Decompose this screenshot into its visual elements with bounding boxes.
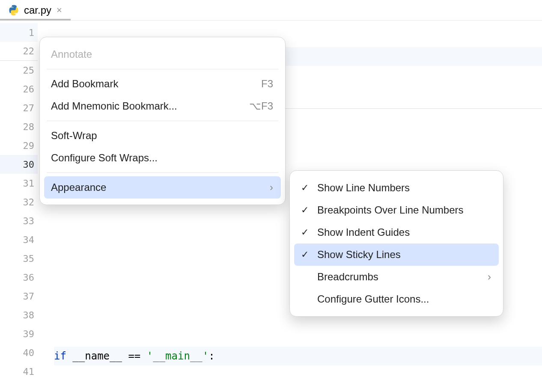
menu-item-breadcrumbs[interactable]: Breadcrumbs › xyxy=(294,266,499,288)
code-text: '__main__' xyxy=(147,350,209,362)
checkmark-icon: ✓ xyxy=(301,227,309,238)
gutter[interactable]: 1 22 25 26 27 28 29 30 31 32 33 34 35 36… xyxy=(0,21,38,392)
line-number[interactable]: 25 xyxy=(23,65,35,76)
code-text: if xyxy=(54,350,66,362)
menu-label: Configure Gutter Icons... xyxy=(317,293,429,305)
code-line: if __name__ == '__main__': xyxy=(54,347,542,365)
checkmark-icon: ✓ xyxy=(301,249,309,260)
menu-label: Breadcrumbs xyxy=(317,271,378,283)
menu-separator xyxy=(47,121,278,121)
code-text: : xyxy=(208,350,214,362)
menu-shortcut: ⌥F3 xyxy=(249,100,273,112)
menu-item-show-indent-guides[interactable]: ✓ Show Indent Guides xyxy=(294,221,499,244)
close-icon[interactable]: × xyxy=(56,5,63,16)
line-number[interactable]: 39 xyxy=(23,329,35,339)
line-number[interactable]: 37 xyxy=(23,291,35,302)
line-number[interactable]: 30 xyxy=(23,159,35,170)
tab-bar: car.py × xyxy=(0,0,542,21)
menu-separator xyxy=(47,172,278,173)
menu-label: Breakpoints Over Line Numbers xyxy=(317,204,463,216)
chevron-right-icon: › xyxy=(488,271,491,283)
menu-separator xyxy=(47,69,278,69)
tab-filename: car.py xyxy=(24,4,51,16)
menu-item-show-line-numbers[interactable]: ✓ Show Line Numbers xyxy=(294,177,499,199)
line-number[interactable]: 33 xyxy=(23,216,35,226)
menu-item-breakpoints-over-line-numbers[interactable]: ✓ Breakpoints Over Line Numbers xyxy=(294,199,499,221)
menu-item-appearance[interactable]: Appearance › xyxy=(44,176,281,199)
line-number[interactable]: 35 xyxy=(23,253,35,264)
menu-item-configure-gutter-icons[interactable]: Configure Gutter Icons... xyxy=(294,288,499,310)
menu-shortcut: F3 xyxy=(261,78,273,90)
line-number[interactable]: 40 xyxy=(23,347,35,358)
menu-item-show-sticky-lines[interactable]: ✓ Show Sticky Lines xyxy=(294,244,499,266)
line-number[interactable]: 41 xyxy=(23,366,35,377)
menu-label: Add Bookmark xyxy=(51,78,118,90)
line-number[interactable]: 22 xyxy=(23,46,35,56)
menu-label: Show Line Numbers xyxy=(317,182,410,194)
appearance-submenu: ✓ Show Line Numbers ✓ Breakpoints Over L… xyxy=(289,170,503,317)
menu-label: Show Sticky Lines xyxy=(317,249,401,261)
menu-item-configure-soft-wraps[interactable]: Configure Soft Wraps... xyxy=(44,147,281,169)
checkmark-icon: ✓ xyxy=(301,182,309,193)
line-number[interactable]: 31 xyxy=(23,178,35,189)
line-number[interactable]: 27 xyxy=(23,103,35,113)
code-text: __name__ == xyxy=(66,350,147,362)
gutter-context-menu: Annotate Add Bookmark F3 Add Mnemonic Bo… xyxy=(39,37,286,205)
file-tab[interactable]: car.py × xyxy=(0,0,71,20)
line-number[interactable]: 29 xyxy=(23,140,35,151)
line-number[interactable]: 38 xyxy=(23,310,35,321)
line-number[interactable]: 28 xyxy=(23,122,35,132)
line-number[interactable]: 34 xyxy=(23,235,35,245)
line-number[interactable]: 1 xyxy=(29,27,34,38)
menu-label: Appearance xyxy=(51,181,106,193)
line-number[interactable]: 36 xyxy=(23,272,35,283)
menu-item-soft-wrap[interactable]: Soft-Wrap xyxy=(44,125,281,147)
line-number[interactable]: 26 xyxy=(23,84,35,95)
python-icon xyxy=(8,4,20,16)
menu-label: Configure Soft Wraps... xyxy=(51,152,158,164)
menu-item-annotate: Annotate xyxy=(44,43,281,65)
menu-item-add-mnemonic-bookmark[interactable]: Add Mnemonic Bookmark... ⌥F3 xyxy=(44,95,281,117)
chevron-right-icon: › xyxy=(270,181,273,193)
checkmark-icon: ✓ xyxy=(301,205,309,216)
menu-label: Annotate xyxy=(51,48,92,60)
menu-item-add-bookmark[interactable]: Add Bookmark F3 xyxy=(44,73,281,95)
menu-label: Soft-Wrap xyxy=(51,130,97,142)
menu-label: Show Indent Guides xyxy=(317,226,410,238)
line-number[interactable]: 32 xyxy=(23,197,35,208)
menu-label: Add Mnemonic Bookmark... xyxy=(51,100,177,112)
